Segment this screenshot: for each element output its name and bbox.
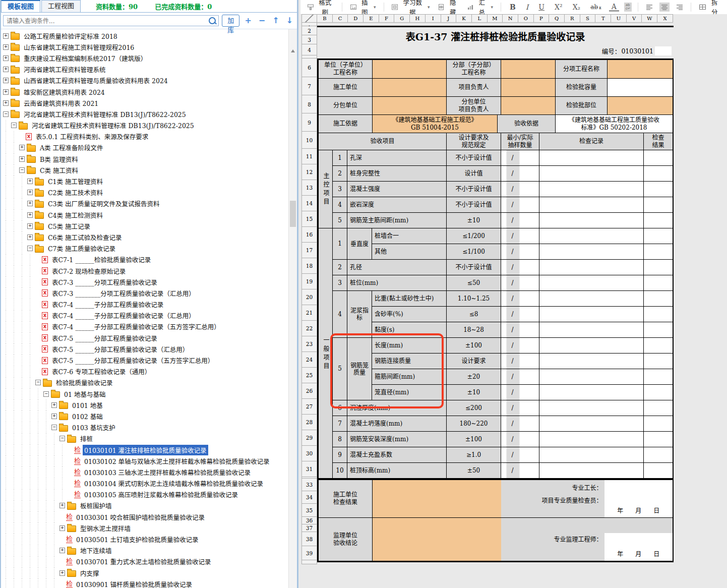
- column-header[interactable]: O: [518, 14, 534, 23]
- form-number-box[interactable]: [655, 46, 672, 55]
- form-input-cell[interactable]: [644, 385, 673, 400]
- tree-item[interactable]: X表C7-4 ______子分部工程质量验收记录（五方签字汇总用）: [2, 321, 288, 332]
- form-input-cell[interactable]: [373, 79, 447, 97]
- tree-item-label[interactable]: 雄安新区建筑资料用表 2024: [22, 87, 106, 97]
- row-header[interactable]: 8: [301, 95, 317, 113]
- column-header[interactable]: W: [642, 14, 657, 23]
- form-input-cell[interactable]: /: [501, 447, 539, 463]
- tree-item[interactable]: −0103 基坑支护: [2, 422, 288, 433]
- column-header[interactable]: P: [534, 14, 550, 23]
- tree-item-label[interactable]: 表C7-6 专项工程验收记录（通用）: [50, 366, 152, 377]
- form-input-cell[interactable]: [539, 338, 644, 354]
- form-input-cell[interactable]: /: [501, 182, 539, 197]
- row-header[interactable]: [301, 560, 317, 564]
- row-header[interactable]: 25: [301, 368, 317, 383]
- form-input-cell[interactable]: [539, 463, 644, 479]
- tree-item[interactable]: X表C7-4 ______子分部工程质量验收记录: [2, 299, 288, 310]
- tree-item-label[interactable]: 01030901 锚杆质量检验批质量验收记录: [75, 579, 194, 588]
- row-header[interactable]: 39: [301, 546, 317, 560]
- row-header[interactable]: 22: [301, 321, 317, 336]
- row-header[interactable]: 13: [301, 180, 317, 196]
- tree-item-label[interactable]: 01030104 渠式切割水泥土连续墙截水帷幕检验批质量验收记录: [83, 478, 265, 489]
- tree-item[interactable]: −检验批质量验收记录: [2, 377, 288, 388]
- form-input-cell[interactable]: /: [501, 432, 539, 447]
- tree-item[interactable]: +C6类 施工试验及检查记录: [2, 231, 288, 243]
- form-input-cell[interactable]: /: [501, 228, 539, 244]
- form-input-cell[interactable]: [644, 197, 673, 213]
- tree-item[interactable]: X表C7-4 ______子分部工程质量验收记录（汇总用）: [2, 310, 288, 321]
- column-header[interactable]: X: [657, 14, 673, 23]
- subscript-button[interactable]: X₂: [570, 2, 583, 12]
- tree-item-label[interactable]: 01030301 咬合桩围护墙检验批质量验收记录: [75, 512, 206, 522]
- tree-item-label[interactable]: 表C7-4 ______子分部工程质量验收记录（五方签字汇总用）: [50, 321, 222, 332]
- form-input-cell[interactable]: [608, 60, 673, 79]
- tree-item-label[interactable]: 表C7-4 ______子分部工程质量验收记录: [50, 299, 165, 310]
- tree-item[interactable]: +山西省建筑工程资料管理与质量验收资料用表 2024: [2, 75, 288, 86]
- form-input-cell[interactable]: [539, 197, 644, 213]
- row-header[interactable]: 3: [301, 35, 317, 44]
- expand-icon[interactable]: +: [19, 145, 25, 150]
- row-header[interactable]: 33: [301, 479, 317, 491]
- tree-item-label[interactable]: C3类 出厂质量证明文件及复试报告资料: [46, 198, 161, 209]
- tree-item[interactable]: +山东省建筑工程施工资料管理规程2016: [2, 41, 288, 52]
- form-input-cell[interactable]: /: [501, 197, 539, 213]
- tree-item[interactable]: +C1类 施工管理资料: [2, 175, 288, 187]
- tree-item-label[interactable]: 01030105 高压喷射注浆截水帷幕检验批质量验收记录: [83, 489, 239, 500]
- row-header[interactable]: 12: [301, 164, 317, 180]
- form-input-cell[interactable]: /: [501, 338, 539, 354]
- form-input-cell[interactable]: [539, 400, 644, 416]
- form-input-cell[interactable]: [539, 275, 644, 291]
- strikethrough-button[interactable]: ab: [588, 3, 603, 12]
- row-header[interactable]: 14: [301, 196, 317, 211]
- tree-item-label[interactable]: 01030701 重力式水泥土墙检验批质量验收记录: [75, 556, 213, 567]
- tree-item[interactable]: X表C7-1 ______检验批质量验收记录: [2, 254, 288, 265]
- tree-item-label[interactable]: 云南省建筑资料用表 2021: [22, 98, 100, 108]
- tree-item[interactable]: +板桩围护墙: [2, 500, 288, 511]
- tree-item-label[interactable]: 表C7-3 ______分项工程质量验收记录: [50, 277, 159, 287]
- tree-item[interactable]: 检01030102 单轴与双轴水泥土搅拌桩截水帷幕检验批质量验收记录: [2, 455, 288, 466]
- column-header[interactable]: J: [441, 14, 457, 23]
- column-header[interactable]: T: [595, 14, 611, 23]
- form-input-cell[interactable]: /: [501, 166, 539, 182]
- tree-item-label[interactable]: 地下连续墙: [79, 545, 113, 556]
- form-input-cell[interactable]: [539, 447, 644, 463]
- column-header[interactable]: D: [348, 14, 364, 23]
- form-input-cell[interactable]: [644, 244, 673, 260]
- row-header[interactable]: 23: [301, 336, 317, 352]
- tree-item-label[interactable]: 公路工程质量检验评定标准 2018: [22, 31, 119, 41]
- form-input-cell[interactable]: [644, 338, 673, 354]
- add-icon[interactable]: +: [243, 17, 253, 25]
- remove-icon[interactable]: −: [257, 17, 267, 25]
- tree-item-label[interactable]: C5类 施工记录: [46, 221, 92, 231]
- form-input-cell[interactable]: [644, 447, 673, 463]
- tree-item-label[interactable]: C1类 施工管理资料: [46, 176, 104, 187]
- row-header[interactable]: 38: [301, 532, 317, 546]
- align-left-button[interactable]: [644, 3, 654, 12]
- tree-item-label[interactable]: 01 地基与基础: [63, 389, 107, 399]
- tab-template-view[interactable]: 模板视图: [1, 0, 40, 12]
- tree-item[interactable]: +型钢水泥土搅拌墙: [2, 522, 288, 534]
- tree-item[interactable]: 检01030301 咬合桩围护墙检验批质量验收记录: [2, 511, 288, 522]
- tree-item-label[interactable]: C7类 施工质量验收记录: [46, 243, 117, 254]
- tree-item[interactable]: +C3类 出厂质量证明文件及复试报告资料: [2, 198, 288, 209]
- collapse-icon[interactable]: −: [19, 167, 25, 173]
- form-input-cell[interactable]: [501, 97, 556, 115]
- tree-item-label[interactable]: 0101 地基: [71, 400, 104, 410]
- row-header[interactable]: 35: [301, 504, 317, 517]
- form-input-cell[interactable]: [501, 79, 556, 97]
- tree-item-label[interactable]: C2类 施工技术资料: [46, 187, 104, 198]
- form-input-cell[interactable]: /: [501, 244, 539, 260]
- column-header[interactable]: Q: [549, 14, 565, 23]
- form-input-cell[interactable]: [644, 307, 673, 322]
- form-input-cell[interactable]: /: [501, 275, 539, 291]
- tree-item-label[interactable]: A类 工程准备阶段文件: [38, 142, 105, 153]
- tree-item-label[interactable]: 01030501 土钉墙支护检验批质量验收记录: [75, 534, 200, 545]
- tree-item[interactable]: 检01030701 重力式水泥土墙检验批质量验收记录: [2, 556, 288, 567]
- form-input-cell[interactable]: [644, 213, 673, 228]
- tree-item-label[interactable]: 0103 基坑支护: [71, 422, 117, 433]
- tree-item[interactable]: +C4类 施工检测资料: [2, 209, 288, 220]
- tree-item[interactable]: +C5类 施工记录: [2, 220, 288, 231]
- tree-scrollbar[interactable]: [288, 29, 297, 588]
- collapse-icon[interactable]: −: [3, 111, 9, 117]
- tree-item-label[interactable]: 内支撑: [79, 568, 101, 578]
